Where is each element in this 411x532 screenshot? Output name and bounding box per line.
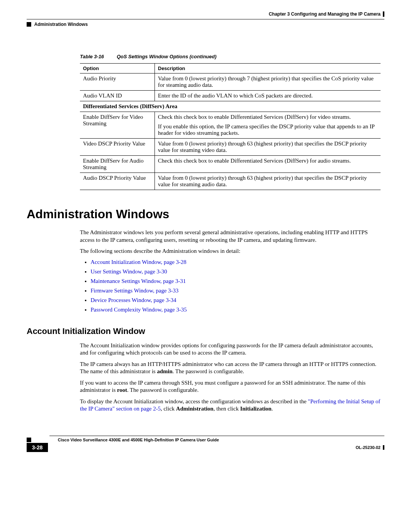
link-device-processes[interactable]: Device Processes Window, page 3-34: [91, 297, 176, 303]
desc-cell: Value from 0 (lowest priority) through 6…: [155, 139, 381, 156]
heading-account-init: Account Initialization Window: [27, 326, 384, 336]
desc-cell: Enter the ID of the audio VLAN to which …: [155, 91, 381, 101]
bold-root: root: [117, 387, 127, 393]
link-account-init[interactable]: Account Initialization Window, page 3-28: [91, 259, 186, 265]
table-section-row: Differentiated Services (DiffServ) Area: [80, 101, 381, 112]
desc-cell: Value from 0 (lowest priority) through 6…: [155, 173, 381, 190]
acct-para-2: The IP camera always has an HTTP/HTTPS a…: [80, 361, 381, 375]
table-row: Audio VLAN ID Enter the ID of the audio …: [80, 91, 381, 101]
footer-doc-title: Cisco Video Surveillance 4300E and 4500E…: [58, 438, 384, 442]
table-caption: Table 3-16 QoS Settings Window Options (…: [80, 54, 384, 59]
opt-cell: Audio Priority: [80, 73, 155, 91]
desc-para: If you enable this option, the IP camera…: [158, 123, 378, 136]
table-row: Video DSCP Priority Value Value from 0 (…: [80, 139, 381, 156]
table-row: Audio DSCP Priority Value Value from 0 (…: [80, 173, 381, 190]
bold-admin: admin: [157, 368, 172, 374]
section-cell: Differentiated Services (DiffServ) Area: [80, 101, 381, 112]
link-user-settings[interactable]: User Settings Window, page 3-30: [91, 268, 167, 275]
qos-settings-table: Option Description Audio Priority Value …: [80, 63, 381, 190]
table-number: Table 3-16: [80, 54, 104, 59]
text-run: To display the Account Initialization wi…: [80, 398, 308, 404]
heading-admin-windows: Administration Windows: [27, 207, 384, 221]
text-run: , click: [161, 406, 176, 412]
table-row: Audio Priority Value from 0 (lowest prio…: [80, 73, 381, 91]
intro-para-1: The Administrator windows lets you perfo…: [80, 229, 381, 244]
desc-cell: Check this check box to enable Different…: [155, 112, 381, 139]
header-marker-icon: [27, 22, 31, 27]
th-option: Option: [80, 64, 155, 73]
page-header: Chapter 3 Configuring and Managing the I…: [27, 11, 384, 17]
bold-initialization: Initialization: [240, 406, 272, 412]
desc-cell: Value from 0 (lowest priority) through 7…: [155, 73, 381, 91]
list-item: Firmware Settings Window, page 3-33: [91, 288, 381, 294]
acct-para-4: To display the Account Initialization wi…: [80, 398, 381, 413]
acct-para-3: If you want to access the IP camera thro…: [80, 379, 381, 394]
list-item: Device Processes Window, page 3-34: [91, 297, 381, 304]
list-item: User Settings Window, page 3-30: [91, 268, 381, 275]
header-chapter: Chapter 3 Configuring and Managing the I…: [269, 11, 384, 17]
acct-para-1: The Account Initialization window provid…: [80, 342, 381, 357]
desc-para: Check this check box to enable Different…: [158, 114, 378, 120]
intro-para-2: The following sections describe the Admi…: [80, 248, 381, 255]
link-firmware[interactable]: Firmware Settings Window, page 3-33: [91, 288, 178, 294]
footer-marker-icon: [27, 438, 31, 442]
list-item: Password Complexity Window, page 3-35: [91, 307, 381, 313]
header-section: Administration Windows: [34, 22, 88, 27]
page-footer: Cisco Video Surveillance 4300E and 4500E…: [27, 436, 384, 452]
desc-cell: Check this check box to enable Different…: [155, 156, 381, 173]
list-item: Account Initialization Window, page 3-28: [91, 259, 381, 265]
opt-cell: Audio DSCP Priority Value: [80, 173, 155, 190]
opt-cell: Enable DiffServ for Video Streaming: [80, 112, 155, 139]
table-title: QoS Settings Window Options (continued): [117, 54, 217, 59]
list-item: Maintenance Settings Window, page 3-31: [91, 278, 381, 284]
text-run: , then click: [213, 406, 240, 412]
th-description: Description: [155, 64, 381, 73]
section-links-list: Account Initialization Window, page 3-28…: [80, 259, 381, 313]
opt-cell: Video DSCP Priority Value: [80, 139, 155, 156]
text-run: . The password is configurable.: [127, 387, 199, 393]
page-number: 3-28: [27, 443, 48, 452]
opt-cell: Audio VLAN ID: [80, 91, 155, 101]
link-maintenance[interactable]: Maintenance Settings Window, page 3-31: [91, 278, 186, 284]
text-run: .: [271, 406, 273, 412]
table-row: Enable DiffServ for Audio Streaming Chec…: [80, 156, 381, 173]
table-row: Enable DiffServ for Video Streaming Chec…: [80, 112, 381, 139]
bold-administration: Administration: [176, 406, 213, 412]
text-run: . The password is configurable.: [172, 368, 244, 374]
link-password-complexity[interactable]: Password Complexity Window, page 3-35: [91, 307, 187, 313]
opt-cell: Enable DiffServ for Audio Streaming: [80, 156, 155, 173]
doc-number: OL-25230-02: [356, 445, 384, 450]
header-section-row: Administration Windows: [27, 22, 384, 27]
